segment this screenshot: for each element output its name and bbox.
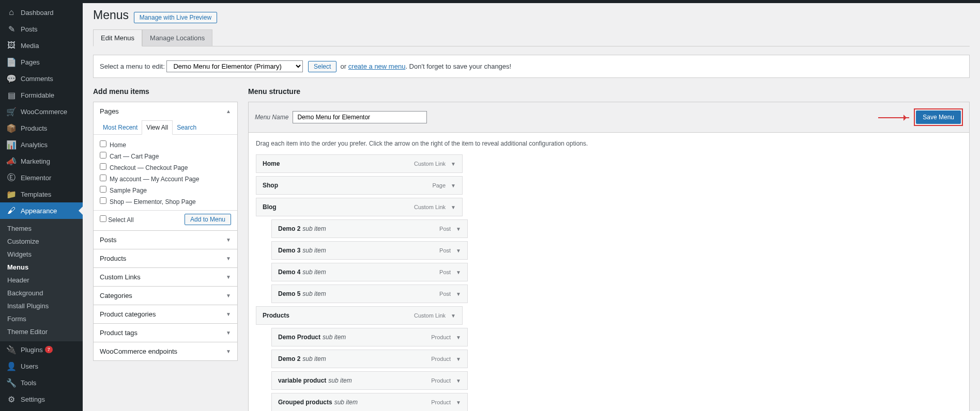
pages-tab-search[interactable]: Search <box>173 121 201 134</box>
sidebar-icon: 🔌 <box>6 344 17 355</box>
caret-down-icon: ▼ <box>456 400 461 405</box>
submenu-item-menus[interactable]: Menus <box>0 261 83 274</box>
add-menu-items-heading: Add menu items <box>93 87 238 96</box>
sidebar-item-label: Users <box>21 362 38 370</box>
update-badge: 7 <box>45 346 53 353</box>
accordion-head[interactable]: Custom Links▼ <box>94 268 237 286</box>
menu-structure-item[interactable]: Demo 3sub itemPost▼ <box>271 241 468 260</box>
accordion-product-tags: Product tags▼ <box>93 323 238 342</box>
page-checkbox-item[interactable]: Checkout — Checkout Page <box>100 162 231 173</box>
accordion-head[interactable]: Product tags▼ <box>94 324 237 342</box>
submenu-item-customize[interactable]: Customize <box>0 235 83 248</box>
menu-structure-item[interactable]: variable productsub itemProduct▼ <box>271 371 468 390</box>
caret-down-icon: ▼ <box>456 356 461 362</box>
menu-structure-body: Drag each item into the order you prefer… <box>248 132 970 411</box>
sidebar-item-label: Products <box>21 124 47 132</box>
menu-structure-item[interactable]: Grouped productssub itemProduct▼ <box>271 393 468 411</box>
menu-structure-item[interactable]: Demo 4sub itemPost▼ <box>271 263 468 281</box>
sidebar-item-marketing[interactable]: 📣Marketing <box>0 153 83 169</box>
accordion-label: Product categories <box>100 310 156 318</box>
page-checkbox-item[interactable]: Sample Page <box>100 184 231 196</box>
page-checkbox-item[interactable]: Cart — Cart Page <box>100 150 231 162</box>
submenu-item-background[interactable]: Background <box>0 287 83 299</box>
sidebar-icon: ⚙ <box>6 394 17 404</box>
submenu-item-widgets[interactable]: Widgets <box>0 248 83 261</box>
accordion-label: Products <box>100 255 126 262</box>
menu-structure-item[interactable]: HomeCustom Link▼ <box>256 154 463 173</box>
menu-select-dropdown[interactable]: Demo Menu for Elementor (Primary) <box>166 60 303 72</box>
submenu-item-themes[interactable]: Themes <box>0 222 83 235</box>
menu-item-title: variable product <box>278 377 326 384</box>
menu-item-title: Demo 2 <box>278 355 300 362</box>
sidebar-item-elementor[interactable]: ⒺElementor <box>0 169 83 186</box>
accordion-head[interactable]: Categories▼ <box>94 287 237 305</box>
sidebar-item-media[interactable]: 🖼Media <box>0 37 83 54</box>
caret-down-icon: ▼ <box>456 226 461 232</box>
sidebar-item-templates[interactable]: 📁Templates <box>0 186 83 202</box>
menu-structure-item[interactable]: Demo Productsub itemProduct▼ <box>271 328 468 346</box>
menu-item-subtext: sub item <box>328 377 351 384</box>
create-new-menu-link[interactable]: create a new menu <box>348 62 406 70</box>
accordion-head[interactable]: Posts▼ <box>94 231 237 249</box>
select-all-checkbox[interactable]: Select All <box>100 215 134 224</box>
menu-item-subtext: sub item <box>302 268 326 276</box>
menu-item-title: Demo 4 <box>278 268 300 276</box>
submenu-item-forms[interactable]: Forms <box>0 312 83 325</box>
sidebar-item-label: Formidable <box>21 91 54 99</box>
sidebar-item-label: Marketing <box>21 157 50 165</box>
sidebar-item-users[interactable]: 👤Users <box>0 358 83 374</box>
menu-item-title: Home <box>263 160 280 167</box>
sidebar-item-appearance[interactable]: 🖌Appearance <box>0 202 83 219</box>
accordion-pages-head[interactable]: Pages ▲ <box>94 102 237 120</box>
caret-down-icon: ▼ <box>226 237 231 243</box>
sidebar-item-settings[interactable]: ⚙Settings <box>0 391 83 407</box>
accordion-head[interactable]: Product categories▼ <box>94 305 237 323</box>
menu-item-subtext: sub item <box>302 290 326 297</box>
manage-live-preview-button[interactable]: Manage with Live Preview <box>134 12 217 23</box>
sidebar-icon: ✎ <box>6 24 17 34</box>
menu-structure-item[interactable]: ProductsCustom Link▼ <box>256 306 463 325</box>
sidebar-icon: 🔧 <box>6 377 17 388</box>
sidebar-item-plugins[interactable]: 🔌Plugins7 <box>0 341 83 358</box>
accordion-label: Product tags <box>100 329 137 337</box>
sidebar-item-products[interactable]: 📦Products <box>0 120 83 136</box>
menu-structure-item[interactable]: ShopPage▼ <box>256 176 463 195</box>
sidebar-item-dashboard[interactable]: ⌂Dashboard <box>0 4 83 21</box>
tab-manage-locations[interactable]: Manage Locations <box>142 29 212 46</box>
sidebar-item-woocommerce[interactable]: 🛒WooCommerce <box>0 103 83 120</box>
submenu-item-theme-editor[interactable]: Theme Editor <box>0 325 83 338</box>
page-checkbox-item[interactable]: Shop — Elementor, Shop Page <box>100 196 231 207</box>
sidebar-item-label: Plugins <box>21 346 43 354</box>
menu-structure-item[interactable]: Demo 2sub itemProduct▼ <box>271 350 468 368</box>
pages-tab-most-recent[interactable]: Most Recent <box>99 121 142 134</box>
accordion-head[interactable]: Products▼ <box>94 249 237 267</box>
caret-down-icon: ▼ <box>226 293 231 298</box>
pages-tab-view-all[interactable]: View All <box>142 120 173 135</box>
submenu-item-header[interactable]: Header <box>0 274 83 287</box>
save-menu-button[interactable]: Save Menu <box>916 110 961 124</box>
menu-structure-item[interactable]: Demo 2sub itemPost▼ <box>271 219 468 238</box>
menu-structure-item[interactable]: BlogCustom Link▼ <box>256 198 463 216</box>
menu-name-label: Menu Name <box>255 114 288 121</box>
sidebar-item-posts[interactable]: ✎Posts <box>0 21 83 37</box>
sidebar-item-label: Tools <box>21 379 36 387</box>
menu-item-type: Product <box>431 334 451 340</box>
tab-edit-menus[interactable]: Edit Menus <box>93 29 142 46</box>
submenu-item-install-plugins[interactable]: Install Plugins <box>0 299 83 312</box>
add-to-menu-button[interactable]: Add to Menu <box>185 214 231 225</box>
caret-down-icon: ▼ <box>451 161 456 167</box>
sidebar-item-comments[interactable]: 💬Comments <box>0 70 83 87</box>
sidebar-item-analytics[interactable]: 📊Analytics <box>0 136 83 153</box>
menu-item-type: Custom Link <box>414 312 446 319</box>
page-checkbox-item[interactable]: Home <box>100 139 231 150</box>
menu-structure-item[interactable]: Demo 5sub itemPost▼ <box>271 284 468 303</box>
select-menu-or: or <box>339 62 348 70</box>
sidebar-item-tools[interactable]: 🔧Tools <box>0 374 83 391</box>
accordion-head[interactable]: WooCommerce endpoints▼ <box>94 342 237 360</box>
select-menu-button[interactable]: Select <box>308 61 336 72</box>
menu-name-input[interactable] <box>293 111 427 123</box>
sidebar-item-formidable[interactable]: ▤Formidable <box>0 87 83 103</box>
sidebar-item-pages[interactable]: 📄Pages <box>0 54 83 70</box>
page-checkbox-item[interactable]: My account — My Account Page <box>100 173 231 184</box>
accordion-posts: Posts▼ <box>93 230 238 249</box>
